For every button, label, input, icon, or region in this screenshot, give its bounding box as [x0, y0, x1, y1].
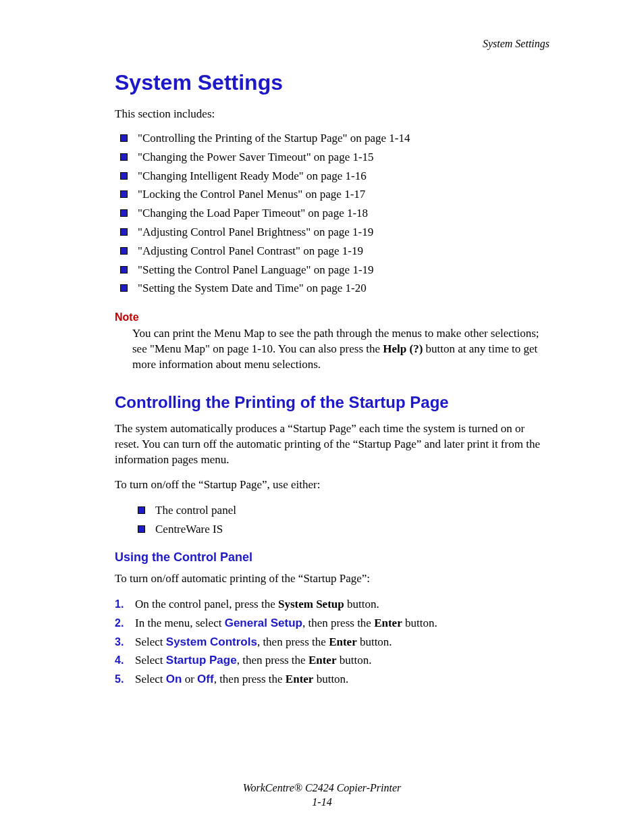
toc-list: "Controlling the Printing of the Startup… [115, 130, 549, 296]
list-item: "Changing the Power Saver Timeout" on pa… [115, 149, 549, 165]
document-page: System Settings System Settings This sec… [0, 0, 644, 834]
step-text: On the control panel, press the [135, 598, 278, 610]
running-header: System Settings [115, 38, 549, 50]
section-paragraph: To turn on/off the “Startup Page”, use e… [115, 477, 549, 493]
subsection-intro: To turn on/off automatic printing of the… [115, 571, 549, 587]
list-item: "Adjusting Control Panel Contrast" on pa… [115, 243, 549, 259]
list-item: The control panel [132, 502, 549, 519]
step-number: 2. [115, 615, 124, 631]
note-block: Note You can print the Menu Map to see t… [115, 311, 549, 373]
step-bold: Enter [329, 635, 357, 648]
step-text: Select [135, 654, 166, 667]
step-item: 1. On the control panel, press the Syste… [115, 596, 549, 613]
step-menu-option: General Setup [225, 617, 302, 629]
step-text: In the menu, select [135, 617, 225, 629]
list-item: "Locking the Control Panel Menus" on pag… [115, 186, 549, 203]
step-bold: System Setup [278, 598, 344, 610]
intro-text: This section includes: [115, 107, 549, 121]
step-bold: Enter [374, 617, 402, 629]
steps-list: 1. On the control panel, press the Syste… [115, 596, 549, 687]
step-number: 3. [115, 634, 124, 650]
page-title: System Settings [115, 70, 549, 95]
step-number: 1. [115, 596, 124, 612]
note-body: You can print the Menu Map to see the pa… [132, 326, 549, 373]
step-text: or [182, 673, 197, 685]
subsection-heading: Using the Control Panel [115, 550, 549, 565]
list-item: CentreWare IS [132, 521, 549, 538]
step-menu-option: System Controls [166, 635, 257, 648]
step-item: 5. Select On or Off, then press the Ente… [115, 671, 549, 688]
step-text: , then press the [237, 654, 308, 667]
step-bold: Enter [286, 673, 314, 685]
step-item: 2. In the menu, select General Setup, th… [115, 615, 549, 632]
list-item: "Changing the Load Paper Timeout" on pag… [115, 205, 549, 221]
step-text: , then press the [302, 617, 374, 629]
list-item: "Setting the Control Panel Language" on … [115, 262, 549, 278]
step-text: button. [344, 598, 379, 610]
list-item: "Adjusting Control Panel Brightness" on … [115, 224, 549, 240]
footer-product: WorkCentre® C2424 Copier-Printer [0, 781, 644, 796]
options-list: The control panel CentreWare IS [132, 502, 549, 538]
note-label: Note [115, 311, 549, 323]
step-text: button. [336, 654, 371, 667]
step-text: , then press the [214, 673, 286, 685]
page-footer: WorkCentre® C2424 Copier-Printer 1-14 [0, 781, 644, 810]
step-menu-option: Startup Page [166, 654, 237, 667]
list-item: "Controlling the Printing of the Startup… [115, 130, 549, 147]
list-item: "Setting the System Date and Time" on pa… [115, 280, 549, 296]
step-number: 4. [115, 652, 124, 668]
step-text: button. [357, 635, 392, 648]
step-bold: Enter [308, 654, 337, 667]
step-menu-option: On [166, 673, 182, 685]
list-item: "Changing Intelligent Ready Mode" on pag… [115, 168, 549, 184]
step-text: button. [313, 673, 348, 685]
step-text: Select [135, 635, 166, 648]
section-heading: Controlling the Printing of the Startup … [115, 393, 549, 412]
footer-page-number: 1-14 [0, 796, 644, 810]
step-text: button. [402, 617, 437, 629]
step-item: 4. Select Startup Page, then press the E… [115, 652, 549, 669]
step-number: 5. [115, 671, 124, 687]
help-button-text: Help (?) [383, 342, 423, 355]
section-paragraph: The system automatically produces a “Sta… [115, 421, 549, 468]
step-text: Select [135, 673, 166, 685]
step-item: 3. Select System Controls, then press th… [115, 634, 549, 651]
step-menu-option: Off [197, 673, 214, 685]
step-text: , then press the [257, 635, 329, 648]
